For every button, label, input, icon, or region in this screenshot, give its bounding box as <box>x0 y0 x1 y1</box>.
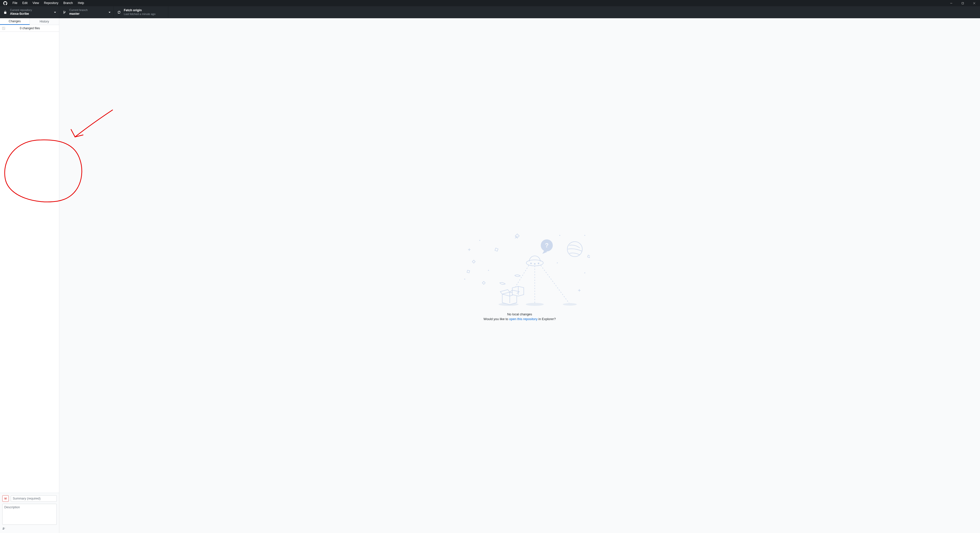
menu-file[interactable]: File <box>10 0 20 6</box>
current-repository-selector[interactable]: Current repository Alexa-Scribe <box>0 6 59 18</box>
main-panel: ? <box>59 18 980 533</box>
empty-headline: No local changes <box>450 313 590 316</box>
titlebar: File Edit View Repository Branch Help <box>0 0 980 6</box>
svg-point-22 <box>526 303 544 306</box>
svg-point-16 <box>531 263 531 264</box>
svg-point-23 <box>563 303 577 306</box>
window-controls <box>945 0 980 6</box>
empty-sub-suffix: in Explorer? <box>538 317 556 321</box>
changed-files-count: 0 changed files <box>3 27 57 30</box>
branch-name: master <box>69 12 88 16</box>
branch-label: Current branch <box>69 8 88 12</box>
window-close-button[interactable] <box>969 0 980 6</box>
sidebar-tabs: Changes History <box>0 18 59 25</box>
lock-icon <box>3 11 8 14</box>
menu-edit[interactable]: Edit <box>20 0 30 6</box>
svg-text:?: ? <box>545 242 549 249</box>
tab-changes[interactable]: Changes <box>0 18 30 25</box>
user-avatar: M <box>2 495 9 502</box>
svg-point-18 <box>538 263 539 264</box>
current-branch-selector[interactable]: Current branch master <box>59 6 114 18</box>
add-coauthor-button[interactable] <box>2 527 57 531</box>
fetch-origin-button[interactable]: Fetch origin Last fetched a minute ago <box>114 6 168 18</box>
menu-bar: File Edit View Repository Branch Help <box>10 0 86 6</box>
window-maximize-button[interactable] <box>957 0 969 6</box>
repo-label: Current repository <box>10 8 32 12</box>
caret-down-icon <box>54 11 56 14</box>
svg-rect-1 <box>962 2 964 4</box>
window-minimize-button[interactable] <box>945 0 957 6</box>
svg-point-5 <box>479 240 480 241</box>
github-logo-icon <box>3 1 8 5</box>
commit-form: M <box>0 493 59 533</box>
select-all-checkbox[interactable] <box>2 27 5 30</box>
svg-point-7 <box>584 235 585 236</box>
svg-line-21 <box>541 265 570 304</box>
changes-list <box>0 32 59 493</box>
svg-point-10 <box>557 262 558 263</box>
svg-point-8 <box>584 272 585 273</box>
svg-rect-25 <box>587 255 590 258</box>
changes-header: 0 changed files <box>0 25 59 32</box>
menu-help[interactable]: Help <box>75 0 86 6</box>
empty-state: ? <box>450 230 590 321</box>
menu-branch[interactable]: Branch <box>61 0 75 6</box>
empty-subtext: Would you like to open this repository i… <box>450 317 590 321</box>
svg-point-9 <box>488 270 489 271</box>
menu-repository[interactable]: Repository <box>41 0 61 6</box>
svg-rect-11 <box>467 270 469 273</box>
caret-down-icon <box>108 11 111 14</box>
commit-description-input[interactable] <box>2 504 57 525</box>
tab-history[interactable]: History <box>30 18 59 25</box>
sync-icon <box>117 11 121 14</box>
svg-point-15 <box>526 260 543 266</box>
svg-point-4 <box>464 279 465 280</box>
menu-view[interactable]: View <box>30 0 41 6</box>
sidebar: Changes History 0 changed files M <box>0 18 59 533</box>
fetch-label: Fetch origin <box>124 8 156 13</box>
open-repository-link[interactable]: open this repository <box>509 317 537 321</box>
toolbar: Current repository Alexa-Scribe Current … <box>0 6 980 18</box>
repo-name: Alexa-Scribe <box>10 12 32 16</box>
git-branch-icon <box>62 11 67 14</box>
empty-sub-prefix: Would you like to <box>484 317 509 321</box>
fetch-sub: Last fetched a minute ago <box>124 13 156 16</box>
svg-point-17 <box>534 263 535 264</box>
empty-illustration: ? <box>450 230 590 310</box>
svg-point-6 <box>559 235 560 236</box>
commit-summary-input[interactable] <box>11 495 57 502</box>
